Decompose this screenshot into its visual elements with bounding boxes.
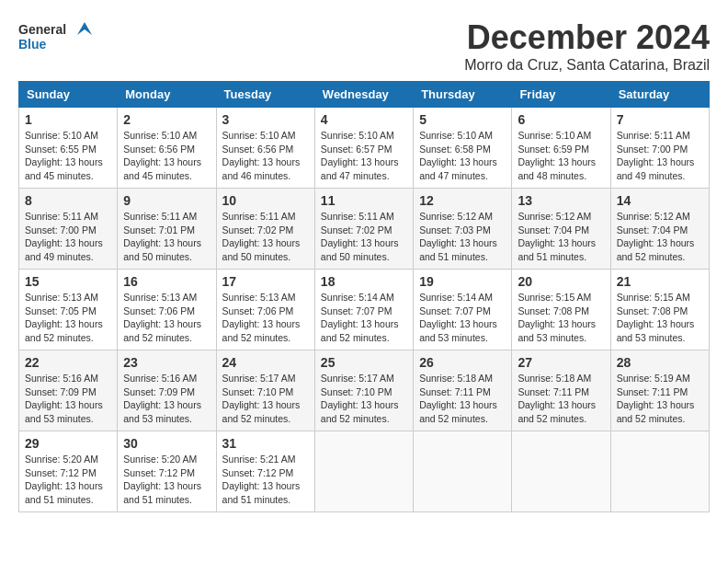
calendar-row: 29 Sunrise: 5:20 AM Sunset: 7:12 PM Dayl…	[19, 431, 710, 512]
calendar-cell: 16 Sunrise: 5:13 AM Sunset: 7:06 PM Dayl…	[118, 270, 216, 350]
day-number: 17	[222, 274, 309, 289]
day-info: Sunrise: 5:21 AM Sunset: 7:12 PM Dayligh…	[222, 453, 309, 507]
day-info: Sunrise: 5:11 AM Sunset: 7:01 PM Dayligh…	[123, 210, 210, 264]
calendar-cell: 25 Sunrise: 5:17 AM Sunset: 7:10 PM Dayl…	[314, 350, 413, 431]
day-number: 23	[123, 355, 210, 370]
col-header-sunday: Sunday	[19, 82, 118, 108]
calendar-cell: 9 Sunrise: 5:11 AM Sunset: 7:01 PM Dayli…	[118, 189, 216, 270]
calendar-cell: 21 Sunrise: 5:15 AM Sunset: 7:08 PM Dayl…	[610, 270, 709, 350]
calendar-cell	[512, 431, 610, 512]
day-info: Sunrise: 5:18 AM Sunset: 7:11 PM Dayligh…	[518, 372, 604, 426]
title-area: December 2024 Morro da Cruz, Santa Catar…	[464, 18, 710, 74]
day-info: Sunrise: 5:10 AM Sunset: 6:56 PM Dayligh…	[123, 129, 210, 183]
header-row: SundayMondayTuesdayWednesdayThursdayFrid…	[19, 82, 710, 108]
calendar-cell: 5 Sunrise: 5:10 AM Sunset: 6:58 PM Dayli…	[414, 108, 512, 189]
calendar-cell: 28 Sunrise: 5:19 AM Sunset: 7:11 PM Dayl…	[610, 350, 709, 431]
day-info: Sunrise: 5:12 AM Sunset: 7:03 PM Dayligh…	[419, 210, 506, 264]
calendar-cell: 17 Sunrise: 5:13 AM Sunset: 7:06 PM Dayl…	[216, 270, 314, 350]
day-number: 18	[321, 274, 407, 289]
day-info: Sunrise: 5:14 AM Sunset: 7:07 PM Dayligh…	[419, 291, 506, 345]
day-info: Sunrise: 5:11 AM Sunset: 7:02 PM Dayligh…	[222, 210, 309, 264]
calendar-cell: 29 Sunrise: 5:20 AM Sunset: 7:12 PM Dayl…	[19, 431, 118, 512]
day-info: Sunrise: 5:10 AM Sunset: 6:57 PM Dayligh…	[321, 129, 407, 183]
day-number: 22	[25, 355, 111, 370]
calendar-row: 8 Sunrise: 5:11 AM Sunset: 7:00 PM Dayli…	[19, 189, 710, 270]
day-number: 25	[321, 355, 407, 370]
day-info: Sunrise: 5:16 AM Sunset: 7:09 PM Dayligh…	[123, 372, 210, 426]
day-number: 15	[25, 274, 111, 289]
col-header-tuesday: Tuesday	[216, 82, 314, 108]
col-header-wednesday: Wednesday	[314, 82, 413, 108]
day-number: 27	[518, 355, 604, 370]
calendar-cell: 10 Sunrise: 5:11 AM Sunset: 7:02 PM Dayl…	[216, 189, 314, 270]
calendar-cell: 22 Sunrise: 5:16 AM Sunset: 7:09 PM Dayl…	[19, 350, 118, 431]
day-number: 12	[419, 193, 506, 208]
day-number: 30	[123, 436, 210, 451]
day-info: Sunrise: 5:10 AM Sunset: 6:59 PM Dayligh…	[518, 129, 604, 183]
calendar-cell: 7 Sunrise: 5:11 AM Sunset: 7:00 PM Dayli…	[610, 108, 709, 189]
calendar-cell: 15 Sunrise: 5:13 AM Sunset: 7:05 PM Dayl…	[19, 270, 118, 350]
calendar-cell: 14 Sunrise: 5:12 AM Sunset: 7:04 PM Dayl…	[610, 189, 709, 270]
day-info: Sunrise: 5:15 AM Sunset: 7:08 PM Dayligh…	[617, 291, 703, 345]
calendar-cell: 24 Sunrise: 5:17 AM Sunset: 7:10 PM Dayl…	[216, 350, 314, 431]
day-info: Sunrise: 5:18 AM Sunset: 7:11 PM Dayligh…	[419, 372, 506, 426]
day-number: 11	[321, 193, 407, 208]
day-number: 2	[123, 112, 210, 127]
calendar-cell: 18 Sunrise: 5:14 AM Sunset: 7:07 PM Dayl…	[314, 270, 413, 350]
calendar-cell	[314, 431, 413, 512]
day-info: Sunrise: 5:13 AM Sunset: 7:06 PM Dayligh…	[222, 291, 309, 345]
calendar-cell: 4 Sunrise: 5:10 AM Sunset: 6:57 PM Dayli…	[314, 108, 413, 189]
calendar-cell	[414, 431, 512, 512]
day-info: Sunrise: 5:17 AM Sunset: 7:10 PM Dayligh…	[321, 372, 407, 426]
calendar-table: SundayMondayTuesdayWednesdayThursdayFrid…	[18, 81, 710, 512]
month-title: December 2024	[464, 18, 710, 57]
calendar-cell: 30 Sunrise: 5:20 AM Sunset: 7:12 PM Dayl…	[118, 431, 216, 512]
day-number: 9	[123, 193, 210, 208]
day-number: 8	[25, 193, 111, 208]
calendar-cell	[610, 431, 709, 512]
day-number: 5	[419, 112, 506, 127]
day-number: 3	[222, 112, 309, 127]
logo: General Blue	[18, 18, 92, 55]
day-number: 4	[321, 112, 407, 127]
svg-marker-2	[77, 22, 92, 35]
calendar-row: 1 Sunrise: 5:10 AM Sunset: 6:55 PM Dayli…	[19, 108, 710, 189]
day-number: 10	[222, 193, 309, 208]
page-header: General Blue December 2024 Morro da Cruz…	[18, 18, 710, 74]
location-title: Morro da Cruz, Santa Catarina, Brazil	[464, 57, 710, 74]
day-info: Sunrise: 5:10 AM Sunset: 6:55 PM Dayligh…	[25, 129, 111, 183]
calendar-cell: 2 Sunrise: 5:10 AM Sunset: 6:56 PM Dayli…	[118, 108, 216, 189]
calendar-cell: 20 Sunrise: 5:15 AM Sunset: 7:08 PM Dayl…	[512, 270, 610, 350]
col-header-friday: Friday	[512, 82, 610, 108]
calendar-cell: 1 Sunrise: 5:10 AM Sunset: 6:55 PM Dayli…	[19, 108, 118, 189]
day-info: Sunrise: 5:16 AM Sunset: 7:09 PM Dayligh…	[25, 372, 111, 426]
day-number: 29	[25, 436, 111, 451]
calendar-row: 15 Sunrise: 5:13 AM Sunset: 7:05 PM Dayl…	[19, 270, 710, 350]
logo-icon: General Blue	[18, 18, 92, 55]
day-info: Sunrise: 5:20 AM Sunset: 7:12 PM Dayligh…	[25, 453, 111, 507]
day-info: Sunrise: 5:11 AM Sunset: 7:00 PM Dayligh…	[25, 210, 111, 264]
day-number: 16	[123, 274, 210, 289]
day-info: Sunrise: 5:20 AM Sunset: 7:12 PM Dayligh…	[123, 453, 210, 507]
svg-text:Blue: Blue	[18, 37, 47, 52]
day-number: 7	[617, 112, 703, 127]
day-info: Sunrise: 5:13 AM Sunset: 7:06 PM Dayligh…	[123, 291, 210, 345]
calendar-cell: 12 Sunrise: 5:12 AM Sunset: 7:03 PM Dayl…	[414, 189, 512, 270]
day-number: 24	[222, 355, 309, 370]
day-info: Sunrise: 5:17 AM Sunset: 7:10 PM Dayligh…	[222, 372, 309, 426]
day-info: Sunrise: 5:10 AM Sunset: 6:56 PM Dayligh…	[222, 129, 309, 183]
day-info: Sunrise: 5:11 AM Sunset: 7:00 PM Dayligh…	[617, 129, 703, 183]
calendar-cell: 31 Sunrise: 5:21 AM Sunset: 7:12 PM Dayl…	[216, 431, 314, 512]
day-number: 14	[617, 193, 703, 208]
day-info: Sunrise: 5:19 AM Sunset: 7:11 PM Dayligh…	[617, 372, 703, 426]
day-number: 6	[518, 112, 604, 127]
calendar-cell: 27 Sunrise: 5:18 AM Sunset: 7:11 PM Dayl…	[512, 350, 610, 431]
col-header-saturday: Saturday	[610, 82, 709, 108]
calendar-row: 22 Sunrise: 5:16 AM Sunset: 7:09 PM Dayl…	[19, 350, 710, 431]
day-number: 31	[222, 436, 309, 451]
day-number: 21	[617, 274, 703, 289]
day-number: 1	[25, 112, 111, 127]
day-info: Sunrise: 5:13 AM Sunset: 7:05 PM Dayligh…	[25, 291, 111, 345]
day-number: 28	[617, 355, 703, 370]
calendar-cell: 3 Sunrise: 5:10 AM Sunset: 6:56 PM Dayli…	[216, 108, 314, 189]
